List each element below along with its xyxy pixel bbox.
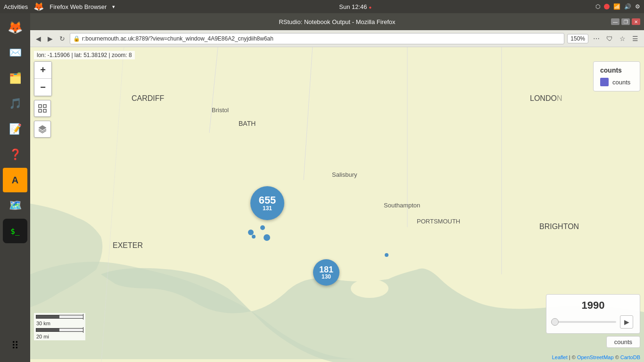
svg-rect-10 — [43, 109, 46, 112]
cluster-655-main: 655 — [259, 195, 276, 206]
browser-name-label[interactable]: Firefox Web Browser — [50, 3, 107, 10]
sidebar-icon-music[interactable]: 🎵 — [3, 91, 27, 116]
sidebar-icon-qgis[interactable]: 🗺️ — [3, 193, 27, 218]
browser-toolbar: ◀ ▶ ↻ 🔒 r:bournemouth.ac.uk:8789/?view=c… — [30, 30, 644, 47]
map-container[interactable]: lon: -1.15906 | lat: 51.38192 | zoom: 8 … — [30, 47, 644, 362]
scale-bar: 30 km 20 mi — [34, 313, 85, 340]
application-sidebar: 🦊 ✉️ 🗂️ 🎵 📝 ❓ A 🗺️ $_ ⠿ — [0, 13, 30, 362]
year-display: 1990 — [553, 299, 633, 312]
layers-button[interactable] — [34, 121, 51, 138]
slider-thumb[interactable] — [551, 318, 559, 326]
svg-rect-7 — [39, 105, 41, 107]
attribution-separator2: © — [615, 354, 620, 360]
tray-dropbox: ⬡ — [595, 3, 600, 10]
tray-wifi: 📶 — [613, 3, 620, 10]
scale-mi-label: 20 mi — [36, 334, 49, 339]
zoom-controls: + − — [34, 61, 52, 96]
os-topbar: Activities 🦊 Firefox Web Browser ▾ Sun 1… — [0, 0, 644, 13]
browser-window-controls: — ❐ ✕ — [611, 18, 640, 25]
url-text: r:bournemouth.ac.uk:8789/?view=chunk_win… — [82, 35, 273, 42]
map-legend: counts counts — [593, 61, 640, 91]
svg-rect-8 — [43, 105, 46, 107]
cluster-655[interactable]: 655 131 — [250, 186, 284, 220]
map-coordinates: lon: -1.15906 | lat: 51.38192 | zoom: 8 — [34, 51, 135, 59]
sidebar-icon-files[interactable]: 🗂️ — [3, 66, 27, 90]
legend-title: counts — [600, 66, 633, 74]
legend-item-counts: counts — [600, 78, 633, 86]
fullscreen-icon — [38, 104, 47, 113]
attribution-separator1: | © — [569, 354, 577, 360]
sidebar-icon-sticky[interactable]: 📝 — [3, 117, 27, 141]
small-dot-5[interactable] — [385, 253, 388, 257]
map-attribution: Leaflet | © OpenStreetMap © CartoDB — [552, 354, 640, 360]
legend-color-swatch — [600, 78, 609, 86]
tray-settings: ⚙ — [635, 3, 640, 10]
minimize-button[interactable]: — — [611, 18, 619, 25]
counts-button[interactable]: counts — [606, 336, 640, 348]
tray-volume: 🔊 — [624, 3, 631, 10]
sidebar-icon-firefox[interactable]: 🦊 — [3, 15, 27, 40]
bookmark-button[interactable]: ☆ — [618, 34, 627, 43]
cluster-181[interactable]: 181 130 — [313, 259, 339, 286]
small-dot-2[interactable] — [260, 225, 265, 230]
sidebar-icon-amazon[interactable]: A — [3, 168, 27, 192]
close-button[interactable]: ✕ — [632, 18, 640, 25]
tray-circle — [604, 4, 610, 9]
zoom-indicator: 150% — [567, 34, 588, 43]
sidebar-icon-help[interactable]: ❓ — [3, 142, 27, 167]
url-bar[interactable]: 🔒 r:bournemouth.ac.uk:8789/?view=chunk_w… — [70, 33, 564, 44]
carto-link[interactable]: CartoDB — [620, 354, 640, 360]
osm-link[interactable]: OpenStreetMap — [577, 354, 614, 360]
layers-icon — [38, 124, 47, 134]
leaflet-link[interactable]: Leaflet — [552, 354, 568, 360]
sidebar-icon-email[interactable]: ✉️ — [3, 41, 27, 65]
browser-titlebar: RStudio: Notebook Output - Mozilla Firef… — [30, 13, 644, 30]
year-slider-track[interactable] — [553, 321, 616, 323]
forward-button[interactable]: ▶ — [46, 34, 55, 43]
year-slider-container: 1990 ▶ — [546, 294, 640, 334]
overflow-menu-button[interactable]: ⋯ — [591, 34, 602, 43]
back-button[interactable]: ◀ — [34, 34, 43, 43]
scale-km-label: 30 km — [36, 321, 50, 326]
zoom-out-button[interactable]: − — [34, 79, 51, 96]
slider-row: ▶ — [553, 315, 633, 329]
menu-button[interactable]: ☰ — [630, 34, 640, 43]
recording-dot: ● — [369, 5, 372, 10]
zoom-in-button[interactable]: + — [34, 62, 51, 79]
cluster-181-main: 181 — [319, 265, 333, 274]
play-button[interactable]: ▶ — [620, 315, 633, 329]
activities-label[interactable]: Activities — [4, 3, 28, 10]
legend-item-label: counts — [612, 79, 630, 86]
small-dot-3[interactable] — [252, 235, 256, 239]
small-dot-4[interactable] — [264, 234, 270, 241]
map-controls: + − — [34, 61, 52, 138]
time-display: Sun 12:46 — [339, 3, 367, 10]
cluster-181-sub: 130 — [322, 274, 331, 280]
sidebar-icon-apps[interactable]: ⠿ — [3, 334, 27, 358]
restore-button[interactable]: ❐ — [621, 18, 630, 25]
reload-button[interactable]: ↻ — [58, 34, 67, 43]
svg-rect-9 — [39, 109, 41, 112]
cluster-655-sub: 131 — [263, 206, 272, 211]
sidebar-icon-terminal[interactable]: $_ — [3, 219, 27, 243]
svg-point-1 — [351, 279, 388, 298]
fullscreen-button[interactable] — [34, 100, 51, 117]
browser-title: RStudio: Notebook Output - Mozilla Firef… — [279, 18, 395, 25]
browser-window: RStudio: Notebook Output - Mozilla Firef… — [30, 13, 644, 362]
shield-icon: 🛡 — [604, 34, 615, 43]
